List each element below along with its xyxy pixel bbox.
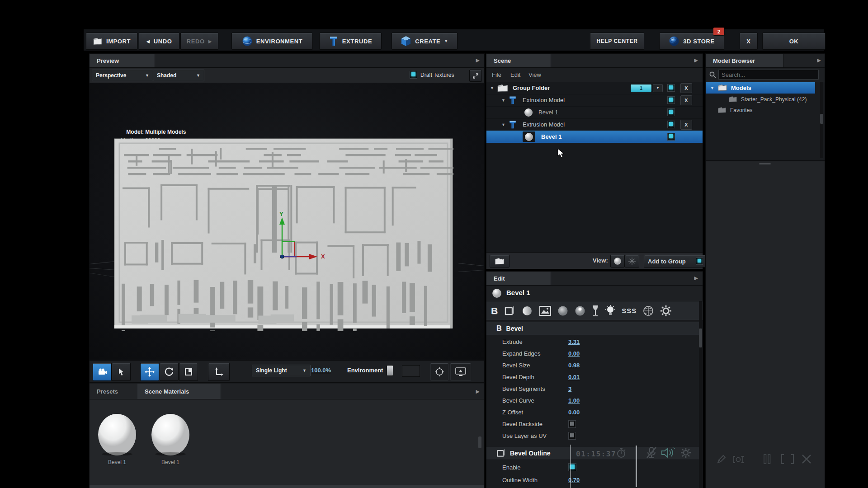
- browser-scrollbar-thumb[interactable]: [820, 114, 823, 124]
- redo-button[interactable]: REDO ▶: [180, 33, 218, 50]
- use-layer-as-uv-checkbox[interactable]: [568, 432, 576, 440]
- tab-edit[interactable]: Edit: [486, 272, 551, 285]
- bevel-outline-channel-icon[interactable]: [504, 305, 515, 316]
- browser-scrollbar-track[interactable]: [820, 82, 823, 158]
- tree-row-group-folder[interactable]: ▼ Group Folder 1 ▼ X: [486, 82, 703, 94]
- materials-panel-arrow-icon[interactable]: ▶: [476, 389, 480, 394]
- bevel-channel-icon[interactable]: B: [491, 305, 498, 316]
- texture-channel-icon[interactable]: [539, 306, 551, 316]
- collapse-caret-icon[interactable]: ▼: [501, 98, 505, 103]
- tree-row-bevel-material-selected[interactable]: Bevel 1: [486, 131, 703, 143]
- tab-scene[interactable]: Scene: [486, 54, 551, 67]
- param-value[interactable]: 0.00: [568, 350, 580, 357]
- annotate-pencil-icon[interactable]: [717, 454, 726, 464]
- viewport[interactable]: Model: Multiple Models Vertices: 29829 F…: [90, 83, 484, 360]
- delete-row-button[interactable]: X: [680, 120, 692, 130]
- close-button[interactable]: X: [740, 33, 758, 50]
- tree-row-bevel-material[interactable]: Bevel 1: [486, 106, 703, 119]
- viewport-zoom-value[interactable]: 100.0%: [311, 367, 331, 374]
- materials-scrollbar[interactable]: [478, 436, 481, 448]
- delete-row-button[interactable]: X: [680, 83, 692, 93]
- menu-view[interactable]: View: [528, 71, 541, 78]
- bevel-section-header[interactable]: B Bevel: [486, 322, 699, 335]
- select-button[interactable]: [112, 363, 131, 381]
- edit-scrollbar-track[interactable]: [699, 301, 702, 488]
- add-to-group-button[interactable]: Add to Group: [644, 255, 707, 267]
- edit-panel-arrow-icon[interactable]: ▶: [694, 275, 698, 281]
- visibility-checkbox[interactable]: [667, 108, 675, 116]
- extrude-button[interactable]: EXTRUDE: [319, 33, 382, 50]
- search-input[interactable]: [718, 70, 819, 80]
- settings-gear-icon[interactable]: [660, 305, 672, 317]
- menu-edit[interactable]: Edit: [510, 71, 520, 78]
- materials-bottom-scrollbar[interactable]: [90, 485, 484, 488]
- param-value[interactable]: 1.00: [568, 397, 580, 404]
- scale-button[interactable]: [179, 363, 198, 381]
- speaker-icon[interactable]: [661, 447, 675, 458]
- delete-row-button[interactable]: X: [680, 95, 692, 105]
- visibility-checkbox[interactable]: [667, 133, 675, 141]
- environment-channel-icon[interactable]: [643, 305, 654, 316]
- param-value[interactable]: 0.98: [568, 362, 580, 369]
- blend-channel-icon[interactable]: [521, 305, 533, 316]
- stop-close-icon[interactable]: [801, 454, 812, 465]
- scene-panel-arrow-icon[interactable]: ▶: [694, 57, 698, 63]
- outline-enable-checkbox[interactable]: [568, 463, 576, 471]
- illumination-channel-icon[interactable]: [605, 305, 615, 317]
- bevel-backside-checkbox[interactable]: [568, 420, 576, 428]
- output-display-button[interactable]: [450, 363, 471, 381]
- camera-orbit-button[interactable]: [93, 363, 112, 381]
- edit-scrollbar-thumb[interactable]: [699, 328, 702, 347]
- param-value[interactable]: 0.01: [568, 374, 580, 380]
- diffuse-channel-icon[interactable]: [557, 305, 568, 316]
- preview-panel-arrow-icon[interactable]: ▶: [476, 57, 480, 63]
- collapse-caret-icon[interactable]: ▼: [490, 86, 494, 90]
- draft-textures-checkbox[interactable]: [410, 71, 417, 79]
- help-center-button[interactable]: HELP CENTER: [590, 33, 644, 50]
- environment-toggle[interactable]: [387, 365, 393, 376]
- add-to-group-checkbox[interactable]: [696, 258, 703, 265]
- menu-file[interactable]: File: [492, 71, 501, 78]
- add-group-folder-button[interactable]: [490, 255, 509, 267]
- ok-button[interactable]: OK: [762, 33, 826, 50]
- screenshot-camera-icon[interactable]: [732, 455, 744, 464]
- expand-viewport-button[interactable]: [469, 70, 482, 82]
- view-shaded-button[interactable]: [610, 255, 625, 267]
- undo-button[interactable]: ◀ UNDO: [139, 33, 179, 50]
- specular-channel-icon[interactable]: [575, 305, 585, 316]
- transform-gizmo[interactable]: [251, 214, 342, 272]
- tab-preview[interactable]: Preview: [90, 54, 155, 67]
- material-item[interactable]: Bevel 1: [97, 412, 137, 465]
- param-value[interactable]: 3: [568, 385, 571, 392]
- environment-button[interactable]: ENVIRONMENT: [231, 33, 313, 50]
- pane-resize-handle[interactable]: [759, 163, 771, 164]
- view-wireframe-button[interactable]: [625, 255, 639, 267]
- import-button[interactable]: IMPORT: [86, 33, 137, 50]
- overlay-settings-gear-icon[interactable]: [680, 447, 692, 459]
- tab-model-browser[interactable]: Model Browser: [706, 54, 784, 67]
- collapse-caret-icon[interactable]: ▼: [501, 122, 505, 127]
- light-mode-dropdown[interactable]: Single Light ▼: [252, 365, 311, 376]
- collapse-caret-icon[interactable]: ▼: [710, 86, 714, 90]
- group-count-dropdown[interactable]: 1: [630, 84, 652, 92]
- axis-mode-button[interactable]: [208, 363, 230, 381]
- microphone-muted-icon[interactable]: [646, 446, 657, 459]
- glass-channel-icon[interactable]: [592, 305, 599, 317]
- rotate-button[interactable]: [160, 363, 179, 381]
- shading-mode-dropdown[interactable]: Shaded ▼: [153, 70, 204, 81]
- center-view-button[interactable]: [430, 363, 448, 381]
- camera-mode-dropdown[interactable]: Perspective ▼: [92, 70, 153, 81]
- param-value[interactable]: 3.31: [568, 338, 580, 345]
- browser-row-starter-pack[interactable]: Starter_Pack_Physical (42): [706, 94, 825, 104]
- tab-scene-materials[interactable]: Scene Materials: [137, 384, 221, 399]
- browser-row-favorites[interactable]: Favorites: [706, 105, 825, 115]
- material-item[interactable]: Bevel 1: [150, 412, 191, 465]
- visibility-checkbox[interactable]: [667, 96, 675, 104]
- pause-icon[interactable]: [763, 454, 771, 465]
- browser-row-models[interactable]: ▼ Models: [706, 82, 815, 94]
- create-button[interactable]: CREATE ▼: [392, 33, 458, 50]
- background-color-swatch[interactable]: [402, 365, 420, 377]
- model-browser-panel-arrow-icon[interactable]: ▶: [817, 57, 821, 63]
- region-brackets-icon[interactable]: [780, 454, 795, 465]
- sss-channel-icon[interactable]: SSS: [622, 307, 637, 314]
